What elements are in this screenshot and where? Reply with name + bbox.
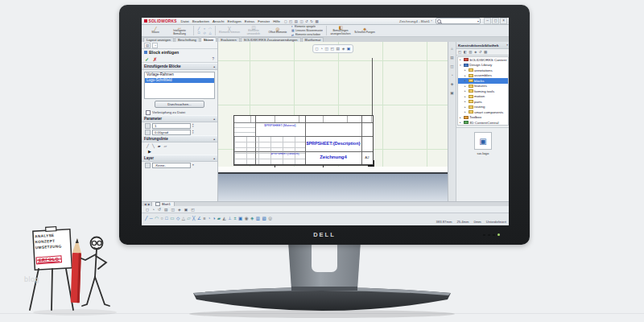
ribbon-button[interactable]: ◧ Bemaßungen anzeigen/löschen (329, 26, 352, 35)
view-toolbar-icon[interactable]: ◔ (152, 208, 155, 212)
sketch-tool-icon[interactable]: □ (165, 216, 167, 221)
pin-icon[interactable]: ▾ (506, 43, 508, 47)
ribbon-stack-button[interactable]: ⇄ Elemente verschieben (291, 33, 324, 37)
sketch-tool-icon[interactable]: ╳ (192, 216, 195, 221)
view-toolbar-icon[interactable]: ▣ (184, 208, 188, 212)
sketch-tool-icon[interactable]: ◠ (155, 216, 159, 221)
sketch-tool-icon[interactable]: ∠ (197, 216, 201, 221)
menu-item[interactable]: Bearbeiten (192, 19, 209, 23)
menu-item[interactable]: Hilfe (273, 19, 280, 23)
ribbon-button[interactable]: ◈ Schnelles Fangen (353, 26, 376, 35)
sketch-tool-icon[interactable]: ◉ (245, 216, 249, 221)
window-control-button[interactable]: ◻ (492, 18, 499, 24)
expander-icon[interactable]: ▸ (460, 58, 462, 61)
section-parameter-header[interactable]: Parameter ▴ (142, 115, 217, 122)
graphics-area[interactable]: ◻◔◫◰▤◈▣ $PRPSHEET:{Material} $PRPSHEET:{… (218, 42, 448, 201)
leader-style-icon[interactable]: ▱ (163, 144, 167, 148)
expander-icon[interactable]: ▸ (464, 105, 467, 109)
view-tool-icon[interactable]: ◔ (320, 47, 323, 51)
sketch-tool-icon[interactable]: ▰ (217, 216, 221, 221)
sketch-entity-icon[interactable]: ╱ (196, 27, 201, 31)
sketch-tool-icon[interactable]: ╱ (145, 216, 147, 221)
sketch-tool-icon[interactable]: ▱ (187, 216, 190, 221)
ribbon-button[interactable]: ╳ Elemente trimmen (218, 26, 241, 35)
checkbox-icon[interactable] (146, 110, 151, 115)
material-annotation[interactable]: $PRPSHEET:{Material} (256, 124, 304, 135)
ok-icon[interactable]: ✓ (145, 56, 149, 62)
collapse-icon[interactable]: ▴ (213, 138, 215, 141)
leader-style-icon[interactable]: ╲ (152, 144, 155, 148)
quick-tool-icon[interactable]: ◰ (289, 19, 292, 23)
menu-item[interactable]: Extras (245, 19, 254, 23)
sketch-tool-icon[interactable]: ◑ (213, 216, 215, 221)
view-tool-icon[interactable]: ◈ (342, 47, 345, 51)
bezel-button[interactable] (488, 234, 490, 236)
collapse-icon[interactable]: ▴ (213, 157, 215, 160)
sketch-tool-icon[interactable]: ▭ (170, 216, 174, 221)
drawing-name-annotation[interactable]: Zeichnung4 (306, 152, 361, 163)
sketch-tool-icon[interactable]: ▥ (256, 216, 260, 221)
view-toolbar-icon[interactable]: ▤ (164, 208, 168, 212)
sketch-tool-icon[interactable]: ▨ (262, 216, 266, 221)
view-toolbar-icon[interactable]: ◰ (191, 208, 195, 212)
help-icon[interactable]: ? (212, 57, 214, 61)
expander-icon[interactable]: ▸ (464, 95, 467, 98)
task-pane-tab-icon[interactable]: ◔ (451, 73, 453, 77)
search-dropdown-icon[interactable]: ▾ (477, 19, 479, 23)
ribbon-button[interactable]: ◎ Offset Elemente (266, 26, 289, 35)
view-toolbar-icon[interactable]: ◫ (171, 208, 175, 212)
collapse-icon[interactable]: ▴ (213, 65, 215, 68)
library-tool-icon[interactable]: ▥ (469, 50, 472, 54)
spinner[interactable]: ▴▾ (192, 130, 193, 134)
sketch-tool-icon[interactable]: ◔ (208, 216, 210, 221)
ribbon-button[interactable]: ↔ Intelligente Bemaßung (168, 26, 191, 35)
title-block[interactable]: $PRPSHEET:{Material} $PRPSHEET:{Descript… (233, 115, 374, 165)
menu-item[interactable]: Ansicht (213, 19, 224, 23)
section-leader-header[interactable]: Führungslinie ▴ (142, 135, 217, 142)
sketch-entity-icon[interactable]: △ (208, 31, 213, 35)
section-blocks-header[interactable]: Einzufügende Blöcke ▴ (142, 63, 217, 70)
ribbon-stack-button[interactable]: ◐ Elemente spiegeln (291, 25, 324, 28)
expander-icon[interactable]: ▾ (460, 64, 462, 67)
spinner[interactable]: ▴▾ (192, 123, 193, 127)
view-toolbar-icon[interactable]: ↺ (158, 208, 161, 212)
window-control-button[interactable]: – (484, 18, 491, 24)
next-sheet-icon[interactable]: ▶ (148, 203, 151, 206)
block-thumbnail[interactable]: ▣ (474, 132, 492, 150)
expander-icon[interactable]: ▸ (464, 74, 467, 77)
link-to-file-checkbox[interactable]: Verknüpfung zu Datei (142, 109, 217, 115)
quick-tool-icon[interactable]: ▤ (295, 19, 298, 23)
sketch-tool-icon[interactable]: ≡ (203, 216, 205, 221)
sketch-tool-icon[interactable]: ⊥ (228, 216, 232, 221)
library-tool-icon[interactable]: ◈ (474, 50, 477, 54)
quick-tool-icon[interactable]: ◻ (284, 19, 287, 23)
propertymanager-tab-icon[interactable]: ◔ (152, 43, 158, 48)
sketch-tool-icon[interactable]: ▣ (238, 216, 242, 221)
view-tool-icon[interactable]: ◫ (325, 47, 329, 51)
expander-icon[interactable]: ▸ (464, 79, 467, 82)
ribbon-stack-button[interactable]: ▦ Lineares Skizzenmuster (291, 28, 324, 32)
library-tool-icon[interactable]: ◧ (464, 50, 467, 54)
menu-item[interactable]: Datei (181, 19, 189, 23)
angle-input[interactable]: 0.00grad (152, 130, 191, 135)
quick-tool-icon[interactable]: ↺ (305, 19, 308, 23)
search-box[interactable]: ▾ (436, 18, 481, 24)
view-toolbar-icon[interactable]: ◈ (178, 208, 181, 212)
block-list-item[interactable]: Logo-Schriftfeld (145, 78, 214, 84)
quick-tool-icon[interactable]: ◫ (299, 19, 303, 23)
library-tool-icon[interactable]: ◰ (458, 50, 461, 54)
window-control-button[interactable]: × (500, 18, 507, 24)
task-pane-tab-icon[interactable]: ▣ (450, 91, 453, 95)
bezel-button[interactable] (493, 234, 495, 236)
sketch-entity-icon[interactable]: ◇ (202, 31, 207, 35)
library-tool-icon[interactable]: ▦ (484, 50, 487, 54)
sketch-tool-icon[interactable]: ◇ (176, 216, 180, 221)
dropdown-icon[interactable]: ▾ (192, 163, 194, 167)
sketch-tool-icon[interactable]: ± (233, 216, 236, 221)
scale-input[interactable]: 1 (152, 123, 191, 129)
bezel-button[interactable] (483, 234, 485, 236)
expander-icon[interactable]: ▸ (464, 110, 467, 114)
expander-icon[interactable]: ▸ (464, 68, 467, 72)
task-pane-tab-icon[interactable]: ⌂ (451, 47, 453, 51)
quick-tool-icon[interactable]: ↻ (310, 19, 313, 23)
